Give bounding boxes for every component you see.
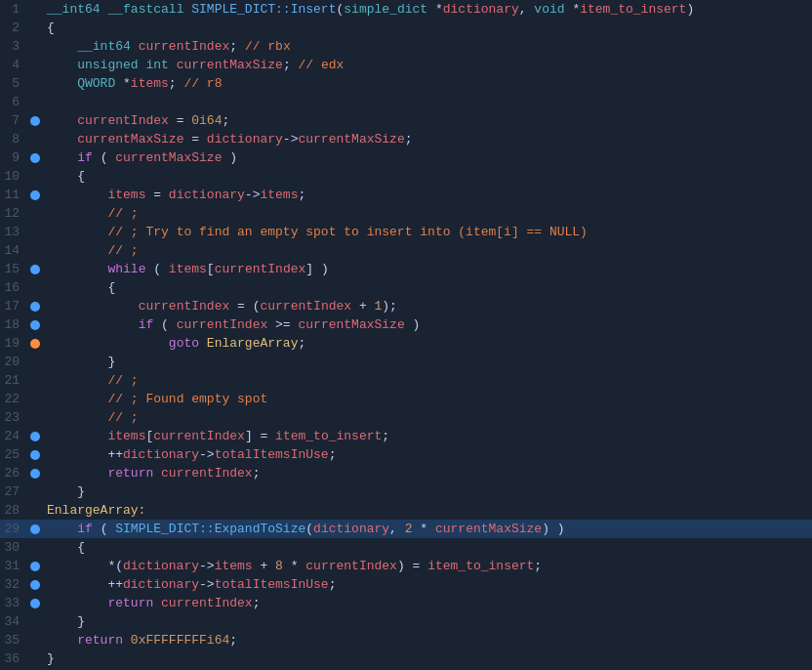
breakpoint-indicator[interactable] — [27, 320, 43, 330]
code-text: // ; — [43, 241, 812, 260]
line-number: 1 — [0, 0, 27, 19]
breakpoint-indicator[interactable] — [27, 450, 43, 460]
breakpoint-indicator[interactable] — [27, 562, 43, 571]
code-text: currentIndex = 0i64; — [43, 111, 812, 130]
line-number: 22 — [0, 390, 27, 408]
code-text: while ( items[currentIndex] ) — [43, 260, 812, 278]
line-number: 6 — [0, 93, 27, 111]
line-number: 14 — [0, 241, 27, 260]
code-text: } — [43, 482, 812, 501]
code-text: if ( currentIndex >= currentMaxSize ) — [43, 315, 812, 334]
breakpoint-dot — [30, 153, 40, 163]
code-text: __int64 currentIndex; // rbx — [43, 37, 812, 56]
line-number: 13 — [0, 223, 27, 241]
breakpoint-indicator[interactable] — [27, 116, 43, 126]
code-line: 20 } — [0, 353, 812, 371]
code-line: 15 while ( items[currentIndex] ) — [0, 260, 812, 278]
line-number: 29 — [0, 520, 27, 538]
line-number: 8 — [0, 130, 27, 148]
code-text: if ( SIMPLE_DICT::ExpandToSize(dictionar… — [43, 520, 812, 538]
code-text: return currentIndex; — [43, 594, 812, 612]
code-line: 25 ++dictionary->totalItemsInUse; — [0, 445, 812, 464]
code-line: 16 { — [0, 278, 812, 297]
breakpoint-indicator[interactable] — [27, 302, 43, 312]
code-text: items[currentIndex] = item_to_insert; — [43, 427, 812, 445]
code-text: } — [43, 612, 812, 631]
breakpoint-indicator[interactable] — [27, 469, 43, 479]
breakpoint-indicator[interactable] — [27, 265, 43, 274]
line-number: 20 — [0, 353, 27, 371]
code-text: if ( currentMaxSize ) — [43, 148, 812, 167]
breakpoint-indicator[interactable] — [27, 524, 43, 534]
line-number: 28 — [0, 501, 27, 520]
breakpoint-dot — [30, 116, 40, 126]
code-line: 1__int64 __fastcall SIMPLE_DICT::Insert(… — [0, 0, 812, 19]
line-number: 10 — [0, 167, 27, 186]
code-text: { — [43, 278, 812, 297]
breakpoint-indicator[interactable] — [27, 339, 43, 349]
code-line: 26 return currentIndex; — [0, 464, 812, 482]
line-number: 7 — [0, 111, 27, 130]
code-line: 32 ++dictionary->totalItemsInUse; — [0, 575, 812, 594]
code-text: // ; Found empty spot — [43, 390, 812, 408]
code-text: unsigned int currentMaxSize; // edx — [43, 56, 812, 74]
code-line: 18 if ( currentIndex >= currentMaxSize ) — [0, 315, 812, 334]
code-line: 17 currentIndex = (currentIndex + 1); — [0, 297, 812, 315]
code-line: 22 // ; Found empty spot — [0, 390, 812, 408]
code-line: 12 // ; — [0, 204, 812, 223]
breakpoint-indicator[interactable] — [27, 432, 43, 441]
breakpoint-dot — [30, 432, 40, 441]
line-number: 36 — [0, 649, 27, 668]
line-number: 23 — [0, 408, 27, 427]
code-text: { — [43, 19, 812, 37]
line-number: 11 — [0, 186, 27, 204]
code-line: 36} — [0, 649, 812, 668]
breakpoint-dot — [30, 450, 40, 460]
code-text: { — [43, 167, 812, 186]
line-number: 26 — [0, 464, 27, 482]
line-number: 18 — [0, 315, 27, 334]
line-number: 4 — [0, 56, 27, 74]
code-text: *(dictionary->items + 8 * currentIndex) … — [43, 557, 812, 575]
line-number: 33 — [0, 594, 27, 612]
line-number: 21 — [0, 371, 27, 390]
line-number: 2 — [0, 19, 27, 37]
code-line: 14 // ; — [0, 241, 812, 260]
breakpoint-indicator[interactable] — [27, 599, 43, 608]
code-line: 24 items[currentIndex] = item_to_insert; — [0, 427, 812, 445]
breakpoint-dot — [30, 265, 40, 274]
line-number: 3 — [0, 37, 27, 56]
code-text: items = dictionary->items; — [43, 186, 812, 204]
code-line: 29 if ( SIMPLE_DICT::ExpandToSize(dictio… — [0, 520, 812, 538]
breakpoint-dot — [30, 469, 40, 479]
line-number: 15 — [0, 260, 27, 278]
code-line: 35 return 0xFFFFFFFFi64; — [0, 631, 812, 649]
code-line: 6 — [0, 93, 812, 111]
code-line: 4 unsigned int currentMaxSize; // edx — [0, 56, 812, 74]
breakpoint-indicator[interactable] — [27, 190, 43, 200]
breakpoint-dot — [30, 599, 40, 608]
code-text: EnlargeArray: — [43, 501, 812, 520]
line-number: 24 — [0, 427, 27, 445]
code-line: 34 } — [0, 612, 812, 631]
breakpoint-dot — [30, 190, 40, 200]
code-line: 23 // ; — [0, 408, 812, 427]
breakpoint-indicator[interactable] — [27, 580, 43, 590]
code-line: 13 // ; Try to find an empty spot to ins… — [0, 223, 812, 241]
code-text: // ; — [43, 204, 812, 223]
line-number: 16 — [0, 278, 27, 297]
code-line: 11 items = dictionary->items; — [0, 186, 812, 204]
code-text: currentIndex = (currentIndex + 1); — [43, 297, 812, 315]
line-number: 19 — [0, 334, 27, 353]
code-line: 5 QWORD *items; // r8 — [0, 74, 812, 93]
code-line: 19 goto EnlargeArray; — [0, 334, 812, 353]
code-text: return 0xFFFFFFFFi64; — [43, 631, 812, 649]
line-number: 17 — [0, 297, 27, 315]
code-line: 21 // ; — [0, 371, 812, 390]
code-line: 2{ — [0, 19, 812, 37]
breakpoint-dot — [30, 339, 40, 349]
code-text: // ; — [43, 371, 812, 390]
breakpoint-indicator[interactable] — [27, 153, 43, 163]
line-number: 31 — [0, 557, 27, 575]
code-line: 28EnlargeArray: — [0, 501, 812, 520]
